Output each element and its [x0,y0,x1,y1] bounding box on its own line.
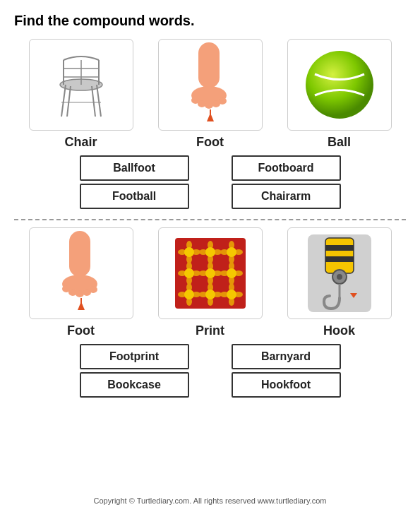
svg-rect-79 [325,256,354,262]
chairarm-button[interactable]: Chairarm [232,184,341,209]
svg-point-65 [186,297,192,306]
image-cell-foot1: Foot [155,39,265,150]
print-label: Print [196,323,224,338]
chair-image-box [29,39,133,131]
image-cell-print: Print [155,227,265,338]
section-2: Foot [14,227,406,400]
chair-icon [46,46,116,124]
svg-point-17 [218,97,227,105]
foot1-image-box [158,39,263,131]
chair-label: Chair [64,135,97,150]
barnyard-button[interactable]: Barnyard [232,344,341,369]
image-cell-chair: Chair [26,39,136,150]
svg-point-73 [229,297,234,306]
svg-point-40 [186,241,192,249]
ball-label: Ball [328,135,351,150]
foot-icon-1 [179,42,242,127]
print-icon [172,234,249,312]
ball-icon [301,46,378,124]
svg-point-27 [89,286,97,293]
svg-point-63 [234,270,243,276]
svg-point-75 [234,292,243,297]
svg-point-64 [186,283,192,292]
hook-label: Hook [323,323,355,338]
svg-point-68 [208,283,213,292]
svg-rect-78 [325,245,354,251]
football-button[interactable]: Football [80,184,189,209]
svg-point-58 [199,270,208,276]
svg-rect-77 [325,238,354,273]
svg-point-25 [76,290,84,297]
svg-point-42 [178,249,186,255]
svg-line-9 [92,86,95,117]
svg-point-48 [229,241,234,249]
hook-icon [304,231,375,316]
footboard-button[interactable]: Footboard [232,155,341,181]
svg-point-46 [199,249,208,255]
svg-point-69 [208,297,213,306]
svg-point-56 [208,262,213,270]
foot2-image-box [29,227,133,319]
section1-images-row: Chair [26,39,394,150]
svg-point-44 [208,241,213,249]
svg-point-52 [186,262,192,270]
footprint-button[interactable]: Footprint [80,344,189,369]
bookcase-button[interactable]: Bookcase [80,372,189,398]
svg-point-81 [337,274,342,280]
section2-images-row: Foot [26,227,394,338]
ballfoot-button[interactable]: Ballfoot [80,155,189,181]
svg-point-54 [178,270,186,276]
svg-line-8 [67,86,71,117]
svg-point-60 [229,262,234,270]
section1-buttons-row2: Football Chairarm [14,184,406,209]
page-title: Find the compound words. [14,13,406,29]
ball-image-box [287,39,392,131]
svg-point-74 [220,292,229,297]
section2-buttons-row1: Footprint Barnyard [14,344,406,369]
svg-point-51 [234,249,243,255]
svg-line-6 [61,85,66,117]
svg-point-70 [199,292,208,297]
svg-line-7 [97,85,101,117]
svg-point-72 [229,283,234,292]
svg-rect-21 [69,231,90,277]
svg-point-66 [178,292,186,297]
svg-point-15 [205,102,213,109]
hook-image-box [287,227,392,319]
footer-text: Copyright © Turtlediary.com. All rights … [14,494,406,505]
image-cell-hook: Hook [284,227,394,338]
svg-point-24 [68,289,77,296]
section-1: Chair [14,39,406,212]
image-cell-foot2: Foot [26,227,136,338]
foot2-label: Foot [67,323,95,338]
foot1-label: Foot [196,135,224,150]
section-divider [14,219,406,220]
svg-point-62 [220,270,229,276]
section1-buttons-row1: Ballfoot Footboard [14,155,406,181]
print-image-box [158,227,263,319]
svg-point-50 [220,249,229,255]
svg-point-14 [198,100,206,107]
svg-rect-11 [198,42,220,88]
foot-icon-2 [49,231,113,316]
hookfoot-button[interactable]: Hookfoot [232,372,341,398]
image-cell-ball: Ball [284,39,394,150]
section2-buttons-row2: Bookcase Hookfoot [14,372,406,398]
svg-point-20 [306,51,373,119]
